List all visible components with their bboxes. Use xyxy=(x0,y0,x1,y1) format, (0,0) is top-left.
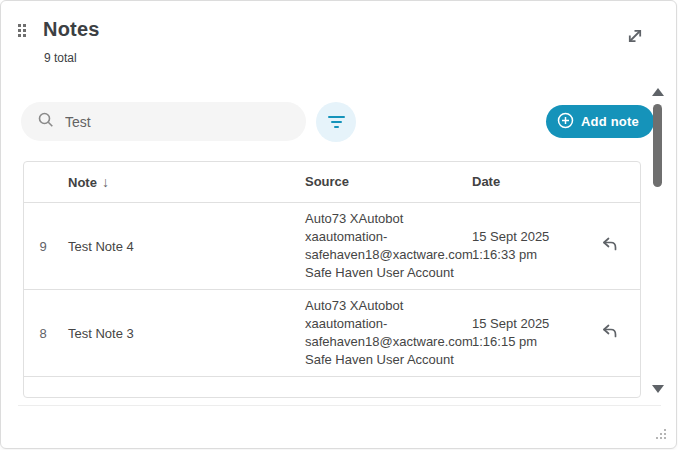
note-text: Test Note 4 xyxy=(62,239,297,254)
scroll-up-arrow-icon[interactable] xyxy=(652,88,664,96)
header-date[interactable]: Date xyxy=(462,173,577,191)
notes-widget: Notes 9 total xyxy=(0,0,677,449)
page-title: Notes xyxy=(43,18,100,41)
note-number: 8 xyxy=(24,326,62,341)
search-field[interactable] xyxy=(21,102,306,141)
header-note-label: Note xyxy=(68,175,97,190)
note-date: 15 Sept 2025 1:16:15 pm xyxy=(462,315,577,351)
search-input[interactable] xyxy=(65,114,285,130)
header-source[interactable]: Source xyxy=(297,173,462,191)
notes-table: Note↓ Source Date 9 Test Note 4 Auto73 X… xyxy=(23,161,641,398)
note-source: Auto73 XAutobot xaautomation- safehaven1… xyxy=(297,210,462,282)
filter-icon xyxy=(328,116,345,119)
note-text: Test Note 3 xyxy=(62,326,297,341)
note-date: 15 Sept 2025 1:16:33 pm xyxy=(462,228,577,264)
table-header-row: Note↓ Source Date xyxy=(24,162,640,202)
scroll-down-arrow-icon[interactable] xyxy=(652,385,664,393)
open-in-full-icon xyxy=(625,34,645,49)
search-icon xyxy=(33,111,55,133)
scrollbar-thumb[interactable] xyxy=(653,104,662,187)
add-note-button[interactable]: Add note xyxy=(546,105,654,138)
resize-grip-icon[interactable] xyxy=(656,429,666,439)
plus-circle-icon xyxy=(557,112,574,132)
header-note[interactable]: Note↓ xyxy=(62,174,297,190)
sort-descending-icon[interactable]: ↓ xyxy=(102,174,109,190)
drag-handle-icon[interactable] xyxy=(18,24,26,37)
table-row-clipped[interactable] xyxy=(24,376,640,398)
note-number: 9 xyxy=(24,239,62,254)
table-row[interactable]: 8 Test Note 3 Auto73 XAutobot xaautomati… xyxy=(24,289,640,376)
reply-icon xyxy=(599,330,619,345)
note-source: Auto73 XAutobot xaautomation- safehaven1… xyxy=(297,297,462,369)
total-count-label: 9 total xyxy=(44,51,77,65)
filter-button[interactable] xyxy=(316,102,356,142)
bottom-divider xyxy=(18,405,661,406)
add-note-label: Add note xyxy=(581,114,639,129)
reply-icon xyxy=(599,243,619,258)
table-row[interactable]: 9 Test Note 4 Auto73 XAutobot xaautomati… xyxy=(24,202,640,289)
reply-button[interactable] xyxy=(595,318,623,349)
expand-button[interactable] xyxy=(623,25,647,49)
reply-button[interactable] xyxy=(595,231,623,262)
